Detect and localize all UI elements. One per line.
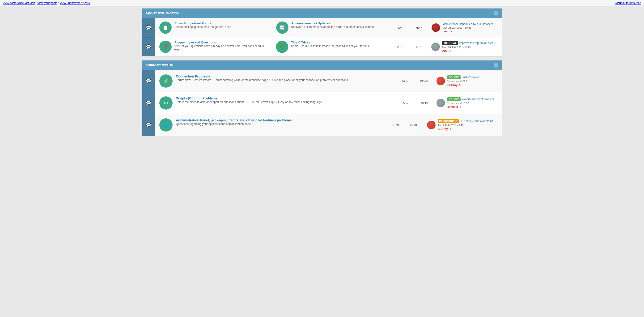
scripts-row-content: </> Scripts (Coding) Problems This is th…: [155, 92, 502, 114]
tips-icon: 🌿: [276, 41, 288, 53]
connection-icon: ⚡: [159, 74, 172, 88]
section-about-forumotion: ABOUT FORUMOTION − 💬 📋 Rules & Important…: [142, 8, 502, 57]
faq-title[interactable]: Frequently Asked Questions: [174, 41, 216, 44]
admin-inprogress-badge: IN PROGRESS: [438, 119, 459, 123]
section-header-support-forum: SUPPORT FORUM −: [142, 61, 502, 70]
section-title-support-forum: SUPPORT FORUM: [146, 64, 174, 67]
forum-pair-1: 📋 Rules & Important Points Before postin…: [157, 22, 390, 34]
admin-icon: 🌐: [159, 118, 172, 132]
chat-icon-admin: 💬: [146, 122, 151, 128]
mark-all-forums-read-link[interactable]: Mark all forums read: [616, 2, 641, 5]
scripts-icon: </>: [159, 96, 172, 110]
view-posts-since-last-visit-link[interactable]: View posts since last visit: [3, 2, 35, 5]
connection-lastpost-title[interactable]: Lost Password: [462, 76, 480, 79]
connection-row-content: ⚡ Connection Problems Forum slow? Lost P…: [155, 70, 502, 92]
row-content-1: 📋 Rules & Important Points Before postin…: [155, 18, 502, 37]
admin-lastpost-title[interactable]: Hi. I´m new and want to us…: [460, 120, 496, 123]
admin-avatar: [427, 121, 436, 129]
scripts-posts-count: 3587: [400, 101, 410, 105]
admin-lastpost-arrow: ➤: [450, 127, 452, 131]
admin-text: Administration Panel, packages, credits …: [176, 118, 384, 126]
top-nav-right: Mark all forums read: [616, 2, 641, 5]
section-title-about-forumotion: ABOUT FORUMOTION: [146, 12, 180, 15]
tips-title[interactable]: Tips & Tricks: [291, 41, 310, 44]
announcements-title[interactable]: Announcements / Updates: [291, 22, 330, 25]
forum-row-faq-tips: 💬 ❓ Frequently Asked Questions 99 % of y…: [142, 37, 502, 56]
row1-lastpost-date: Mon 23 Jan 2023 - 10:26: [442, 26, 496, 29]
admin-row-content: 🌐 Administration Panel, packages, credit…: [155, 114, 502, 136]
rules-text: Rules & Important Points Before posting,…: [174, 22, 272, 29]
announcements-text: Announcements / Updates Be aware of info…: [291, 22, 388, 29]
row1-lastpost: Maintenance scheduled by our Datacent… M…: [428, 23, 499, 33]
row2-lastpost-info: TUTORIALImprove the reputation syst… Mon…: [442, 41, 496, 53]
row-icon-bar-2: 💬: [142, 37, 155, 56]
scripts-avatar: [436, 99, 445, 107]
chat-icon-1: 💬: [146, 25, 151, 30]
connection-avatar: [436, 77, 445, 85]
admin-topics-count: 22386: [410, 123, 419, 127]
row2-topics-count: 432: [414, 45, 423, 49]
admin-lastpost-date: Thu 2 Feb 2023 - 6:40: [438, 124, 496, 127]
scripts-lastpost-title[interactable]: Watermark script problem: [462, 98, 494, 101]
connection-stats: 1409 13326: [396, 79, 433, 83]
connection-lastpost-arrow: ➤: [459, 83, 461, 87]
connection-lastpost: SOLVEDLost Password Yesterday at 21:01 S…: [433, 75, 499, 87]
scripts-text: Scripts (Coding) Problems This is the pl…: [176, 96, 393, 104]
scripts-solved-badge: SOLVED: [447, 97, 460, 101]
connection-solved-badge: SOLVED: [447, 75, 460, 79]
scripts-stats: 3587 33213: [396, 101, 433, 105]
row1-avatar: [432, 23, 440, 32]
row1-topics-count: 7547: [414, 26, 424, 30]
connection-lastpost-info: SOLVEDLost Password Yesterday at 21:01 S…: [447, 75, 496, 87]
scripts-icon-bar: 💬: [142, 92, 155, 114]
scripts-lastpost-date: Yesterday at 15:50: [447, 102, 496, 105]
tips-desc: Some Tips & Tricks to increase the possi…: [291, 44, 388, 48]
row1-lastpost-info: Maintenance scheduled by our Datacent… M…: [442, 23, 496, 33]
connection-lastpost-user: SLGray: [447, 83, 458, 87]
row1-lastpost-title[interactable]: Maintenance scheduled by our Datacent…: [442, 23, 496, 26]
forum-row-scripts: 💬 </> Scripts (Coding) Problems This is …: [142, 92, 502, 114]
row1-posts-count: 424: [395, 26, 404, 30]
connection-text: Connection Problems Forum slow? Lost Pas…: [176, 74, 393, 82]
scripts-lastpost-arrow: ➤: [460, 105, 462, 109]
forum-entry-connection: ⚡ Connection Problems Forum slow? Lost P…: [157, 74, 396, 89]
faq-desc: 99 % of your questions have already an a…: [174, 44, 271, 52]
rules-title[interactable]: Rules & Important Points: [174, 22, 211, 25]
top-nav-left: View posts since last visit • View your …: [3, 2, 90, 5]
section-support-forum: SUPPORT FORUM − 💬 ⚡ Connection Problems …: [142, 60, 502, 136]
forum-row-admin: 💬 🌐 Administration Panel, packages, cred…: [142, 114, 502, 136]
tips-text: Tips & Tricks Some Tips & Tricks to incr…: [291, 41, 388, 48]
admin-lastpost-user: SLGray: [438, 127, 448, 131]
connection-title[interactable]: Connection Problems: [176, 74, 210, 78]
row2-stats: 286 432: [390, 45, 428, 49]
scripts-desc: This is the place to ask for support on …: [176, 100, 393, 104]
row2-lastpost-arrow: ➤: [449, 49, 451, 53]
page-wrapper: ABOUT FORUMOTION − 💬 📋 Rules & Important…: [140, 6, 504, 142]
row2-lastpost-title[interactable]: Improve the reputation syst…: [459, 41, 496, 45]
collapse-btn-about-forumotion[interactable]: −: [494, 11, 498, 16]
forum-row-connection: 💬 ⚡ Connection Problems Forum slow? Lost…: [142, 70, 502, 92]
row1-lastpost-arrow: ➤: [450, 30, 452, 33]
admin-posts-count: 3070: [391, 123, 400, 127]
row1-stats: 424 7547: [390, 26, 428, 30]
chat-icon-scripts: 💬: [146, 100, 151, 106]
admin-lastpost: IN PROGRESSHi. I´m new and want to us… T…: [424, 119, 499, 131]
top-nav: View posts since last visit • View your …: [0, 0, 644, 6]
forum-entry-tips: 🌿 Tips & Tricks Some Tips & Tricks to in…: [274, 41, 390, 53]
admin-title[interactable]: Administration Panel, packages, credits …: [176, 118, 292, 122]
view-unanswered-posts-link[interactable]: View unanswered posts: [60, 2, 90, 5]
connection-lastpost-date: Yesterday at 21:01: [447, 80, 496, 83]
scripts-lastpost-info: SOLVEDWatermark script problem Yesterday…: [447, 97, 496, 109]
admin-stats: 3070 22386: [386, 123, 424, 127]
connection-icon-bar: 💬: [142, 70, 155, 92]
admin-desc: Questions regarding your options in the …: [176, 122, 384, 126]
dot-2: •: [58, 2, 59, 5]
row-icon-bar-1: 💬: [142, 18, 155, 37]
row2-avatar: [431, 43, 440, 51]
announcements-icon: 🔄: [276, 22, 288, 34]
view-your-posts-link[interactable]: View your posts: [37, 2, 57, 5]
announcements-desc: Be aware of informations about the forum…: [291, 25, 388, 29]
forum-entry-scripts: </> Scripts (Coding) Problems This is th…: [157, 95, 396, 111]
scripts-title[interactable]: Scripts (Coding) Problems: [176, 96, 218, 100]
collapse-btn-support-forum[interactable]: −: [494, 63, 498, 68]
